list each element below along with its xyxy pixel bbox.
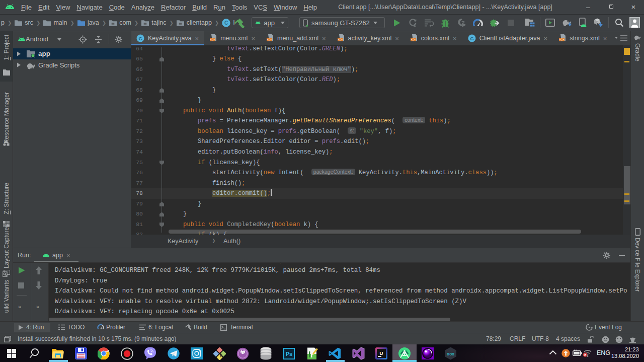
svg-text:<>: <>	[411, 38, 415, 42]
svg-text:C: C	[138, 36, 142, 41]
svg-text:1: 1	[627, 38, 627, 41]
svg-text:C: C	[470, 36, 473, 41]
svg-text:<>: <>	[267, 38, 271, 42]
svg-text:C: C	[224, 20, 228, 26]
svg-text:U: U	[380, 350, 383, 356]
svg-text:<>: <>	[559, 38, 564, 42]
svg-text:<>: <>	[338, 38, 342, 42]
svg-text:<>: <>	[211, 38, 215, 42]
svg-text:nox: nox	[447, 351, 454, 356]
svg-text:Ps: Ps	[286, 351, 292, 357]
